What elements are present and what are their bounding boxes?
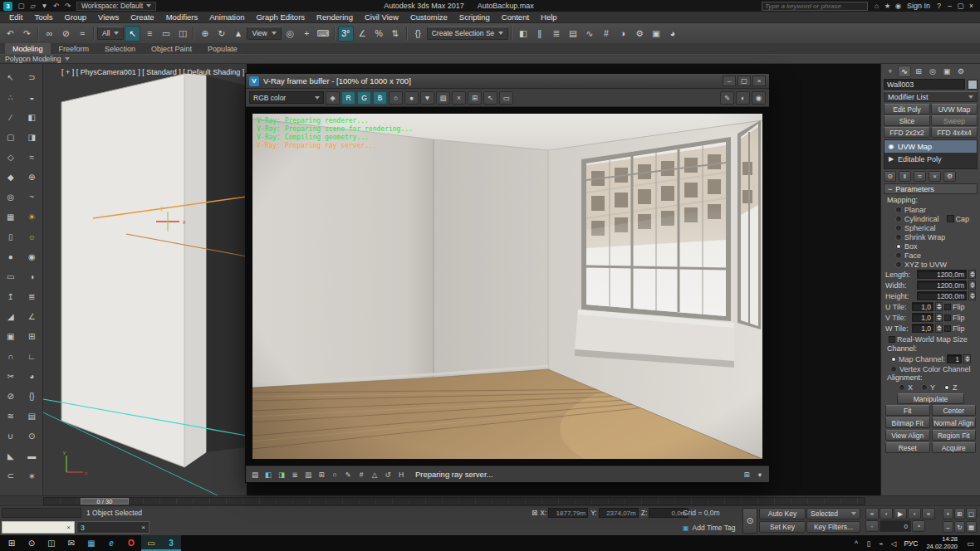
flip-checkbox[interactable] — [944, 304, 951, 310]
vertex-mode-icon[interactable]: ∴ — [2, 89, 19, 105]
time-slider-handle[interactable]: 0 / 30 — [81, 498, 129, 505]
make-unique-icon[interactable]: ≈ — [914, 171, 926, 182]
relax-tool-icon[interactable]: ~ — [23, 188, 40, 205]
mapping-shrink-wrap-radio[interactable]: Shrink Wrap — [884, 232, 978, 241]
go-to-start-button[interactable]: « — [865, 508, 879, 519]
orbit-icon[interactable]: ↻ — [954, 521, 965, 533]
duplicate-to-host-icon[interactable]: ⊞ — [468, 91, 482, 105]
3ds-max-logo-icon[interactable]: 3 — [3, 2, 12, 11]
clear-image-icon[interactable]: × — [452, 91, 466, 105]
blue-channel-toggle[interactable]: B — [373, 91, 387, 105]
slice-plane-icon[interactable]: ⊘ — [2, 388, 19, 404]
paint-deform-icon[interactable]: ≈ — [23, 149, 40, 165]
workspace-dropdown[interactable]: Workspace: Default — [76, 2, 156, 11]
coordinate-field[interactable]: 2374,07m — [599, 508, 639, 518]
auto-key-button[interactable]: Auto Key — [759, 508, 806, 519]
spinner[interactable] — [935, 302, 943, 311]
select-and-manipulate-icon[interactable]: + — [299, 26, 315, 41]
value-field[interactable]: 1200,0m — [917, 270, 967, 279]
vray-render-image[interactable] — [252, 114, 762, 459]
extrude-tool-icon[interactable]: ↥ — [2, 288, 19, 305]
visibility-eye-icon[interactable]: ◉ — [887, 143, 895, 150]
cut-tool-icon[interactable]: ✂ — [2, 368, 19, 384]
attach-tool-icon[interactable]: ⊂ — [2, 467, 19, 484]
community-icon[interactable]: ⌂ — [871, 2, 882, 10]
named-selection-dropdown[interactable]: Create Selection Se — [427, 27, 509, 40]
minimize-window-icon[interactable]: – — [944, 2, 955, 10]
pin-stack-icon[interactable]: ⊙ — [884, 171, 896, 182]
render-production-icon[interactable]: ◕ — [664, 26, 680, 41]
vfb-minimize-icon[interactable]: – — [723, 76, 736, 86]
ffd-4x4x4-button[interactable]: FFD 4x4x4 — [931, 127, 978, 138]
ribbon-section-label[interactable]: Polygon Modeling — [5, 55, 61, 63]
tray-volume-icon[interactable]: ◁ — [888, 539, 899, 548]
menu-item[interactable]: Scripting — [453, 12, 496, 22]
keyboard-override-icon[interactable]: ⌨ — [316, 26, 331, 41]
use-pivot-center-icon[interactable]: ◎ — [282, 26, 298, 41]
select-tool-icon[interactable]: ↖ — [2, 69, 19, 85]
acquire-button[interactable]: Acquire — [932, 442, 977, 453]
toolbar-icon[interactable] — [334, 26, 336, 41]
time-slider-track[interactable]: 0 / 30 — [43, 497, 865, 505]
task-view-button[interactable]: ◫ — [42, 535, 61, 551]
select-and-scale-icon[interactable]: ▲ — [230, 26, 246, 41]
tray-expand-icon[interactable]: ^ — [850, 539, 861, 548]
track-mouse-icon[interactable]: ↖ — [483, 91, 497, 105]
close-window-icon[interactable]: × — [966, 2, 977, 10]
previous-frame-button[interactable]: ‹ — [880, 508, 893, 519]
map-channel-field[interactable]: 1 — [947, 354, 962, 363]
stack-item-uvw-map[interactable]: ◉ UVW Map — [884, 140, 977, 153]
vfb-dock-icon[interactable]: ⊞ — [741, 471, 752, 479]
coordinate-field[interactable]: 1877,79m — [548, 508, 588, 518]
vfb-maximize-icon[interactable]: ▢ — [737, 76, 751, 86]
minimized-scene-tab[interactable]: × — [2, 521, 75, 534]
file-explorer-app-icon[interactable]: ▭ — [141, 535, 161, 551]
select-and-link-icon[interactable]: ∞ — [42, 26, 57, 41]
border-mode-icon[interactable]: ▢ — [2, 129, 19, 145]
tray-battery-icon[interactable]: ▯ — [863, 539, 874, 548]
sun-positioner-icon[interactable]: ☼ — [23, 228, 40, 245]
mapping-xyz-to-uvw-radio[interactable]: XYZ to UVW — [884, 260, 978, 269]
close-icon[interactable]: × — [66, 524, 71, 531]
fit-button[interactable]: Fit — [885, 405, 930, 416]
action-center-icon[interactable]: ▭ — [964, 539, 977, 548]
menu-item[interactable]: Help — [535, 12, 563, 22]
snap-tool-icon[interactable]: ∠ — [23, 308, 40, 324]
zoom-icon[interactable]: + — [943, 508, 953, 519]
spinner-snap-icon[interactable]: ⇅ — [388, 26, 404, 41]
align-x-radio[interactable]: X — [899, 383, 913, 392]
freeze-tool-icon[interactable]: ∗ — [23, 467, 40, 484]
rectangular-selection-icon[interactable]: ▭ — [158, 26, 174, 41]
reset-button[interactable]: Reset — [885, 442, 930, 453]
time-configuration-icon[interactable]: ◔ — [912, 520, 925, 532]
mirror-tool-icon[interactable]: ◨ — [23, 129, 40, 145]
align-icon[interactable]: ∥ — [532, 26, 547, 41]
align-z-radio[interactable]: Z — [943, 383, 958, 392]
swift-loop-icon[interactable]: ≋ — [2, 407, 19, 424]
redo-icon[interactable]: ↷ — [19, 26, 35, 41]
mapping-face-radio[interactable]: Face — [884, 251, 978, 260]
window-crossing-icon[interactable]: ◫ — [174, 26, 190, 41]
curve-editor-icon[interactable]: ∿ — [581, 26, 597, 41]
unlink-selection-icon[interactable]: ⊘ — [58, 26, 74, 41]
menu-item[interactable]: Group — [59, 12, 92, 22]
bevel-tool-icon[interactable]: ◢ — [2, 308, 19, 324]
turbosmooth-icon[interactable]: ◒ — [23, 89, 40, 105]
menu-item[interactable]: Animation — [203, 12, 250, 22]
ffd-2x2x2-button[interactable]: FFD 2x2x2 — [884, 127, 930, 138]
box-primitive-icon[interactable]: ▦ — [2, 208, 19, 225]
lock-selection-icon[interactable]: ⊠ — [532, 509, 537, 517]
configure-modifier-sets-icon[interactable]: ⚙ — [943, 171, 956, 182]
display-tab-icon[interactable]: ▣ — [940, 66, 953, 77]
symmetry-icon[interactable]: ◧ — [23, 109, 40, 125]
soft-selection-icon[interactable]: ◎ — [2, 188, 19, 205]
ribbon-tab-object-paint[interactable]: Object Paint — [144, 43, 199, 54]
bridge-tool-icon[interactable]: ∩ — [2, 348, 19, 364]
vfb-history-icon[interactable]: ≣ — [289, 471, 301, 479]
angle-snap-icon[interactable]: ∠ — [355, 26, 370, 41]
cylinder-primitive-icon[interactable]: ▯ — [2, 228, 19, 245]
isolate-tool-icon[interactable]: ⊙ — [23, 427, 40, 444]
select-and-rotate-icon[interactable]: ↻ — [213, 26, 229, 41]
show-end-result-icon[interactable]: ‖ — [899, 171, 911, 182]
object-name-field[interactable]: Wall003 — [884, 79, 965, 90]
